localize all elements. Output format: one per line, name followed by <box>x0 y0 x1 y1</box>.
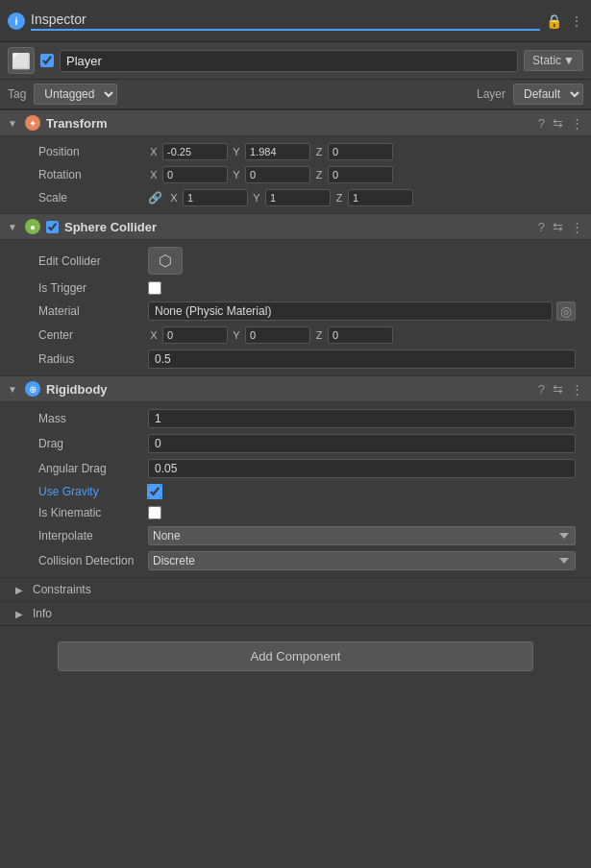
tag-layer-row: Tag Untagged Layer Default <box>0 80 591 109</box>
transform-body: Position X Y Z Rotation X Y Z Scale 🔗 X … <box>0 136 591 213</box>
rigidbody-arrow-icon: ▼ <box>8 384 19 395</box>
transform-section-header[interactable]: ▼ ✦ Transform ? ⇆ ⋮ <box>0 109 591 136</box>
scale-xyz: X Y Z <box>168 189 576 206</box>
tag-label: Tag <box>8 87 26 101</box>
scale-x-input[interactable] <box>183 189 248 206</box>
static-button[interactable]: Static ▼ <box>524 50 583 71</box>
center-row: Center X Y Z <box>0 324 591 347</box>
rigidbody-settings-icon[interactable]: ⇆ <box>553 382 563 397</box>
rigidbody-icon: ⊕ <box>25 381 40 397</box>
collision-detection-select[interactable]: Discrete Continuous Continuous Dynamic C… <box>148 551 576 570</box>
center-z-input[interactable] <box>328 326 393 344</box>
rigidbody-body: Mass Drag Angular Drag Use Gravity Is Ki… <box>0 402 591 577</box>
angular-drag-row: Angular Drag <box>0 456 591 481</box>
lock-icon[interactable]: 🔒 <box>546 13 562 29</box>
transform-menu-icon[interactable]: ⋮ <box>571 116 583 131</box>
collider-icon: ● <box>25 219 40 234</box>
is-kinematic-label: Is Kinematic <box>38 506 144 519</box>
collider-settings-icon[interactable]: ⇆ <box>553 220 563 234</box>
drag-input[interactable] <box>148 434 576 453</box>
rigidbody-menu-icon[interactable]: ⋮ <box>571 382 583 397</box>
rotation-x-input[interactable] <box>162 166 228 183</box>
collider-arrow-icon: ▼ <box>8 222 19 232</box>
edit-collider-row: Edit Collider ⬡ <box>0 244 591 277</box>
collider-enabled-checkbox[interactable] <box>46 221 59 233</box>
scale-y-input[interactable] <box>265 189 331 206</box>
transform-tools: ? ⇆ ⋮ <box>538 116 583 131</box>
info-label: Info <box>33 607 52 620</box>
constraints-row[interactable]: ▶ Constraints <box>0 577 591 601</box>
transform-icon: ✦ <box>25 115 40 131</box>
transform-help-icon[interactable]: ? <box>538 116 545 131</box>
interpolate-row: Interpolate None Interpolate Extrapolate <box>0 523 591 548</box>
position-xyz: X Y Z <box>148 143 576 160</box>
position-y-input[interactable] <box>245 143 310 160</box>
angular-drag-label: Angular Drag <box>38 462 144 475</box>
center-x-input[interactable] <box>162 326 228 344</box>
mass-label: Mass <box>38 412 144 425</box>
rigidbody-help-icon[interactable]: ? <box>538 382 545 397</box>
use-gravity-label: Use Gravity <box>38 485 144 498</box>
constraints-label: Constraints <box>33 583 91 596</box>
is-trigger-label: Is Trigger <box>38 281 144 295</box>
rotation-y-input[interactable] <box>245 166 310 183</box>
static-dropdown-arrow: ▼ <box>563 54 575 67</box>
rotation-z-input[interactable] <box>328 166 393 183</box>
scale-lock-icon[interactable]: 🔗 <box>148 191 162 205</box>
gameobject-enabled-checkbox[interactable] <box>40 54 54 67</box>
is-kinematic-checkbox[interactable] <box>148 506 161 519</box>
edit-collider-label: Edit Collider <box>38 254 144 268</box>
material-label: Material <box>38 304 144 318</box>
material-row: Material ◎ <box>0 299 591 324</box>
center-y-input[interactable] <box>245 326 310 344</box>
tag-select[interactable]: Untagged <box>34 84 117 105</box>
collider-menu-icon[interactable]: ⋮ <box>571 220 583 234</box>
radius-row: Radius <box>0 347 591 372</box>
transform-settings-icon[interactable]: ⇆ <box>553 116 563 131</box>
position-x-input[interactable] <box>162 143 228 160</box>
use-gravity-checkbox[interactable] <box>148 485 161 498</box>
transform-arrow-icon: ▼ <box>8 118 19 129</box>
gameobject-cube-icon: ⬜ <box>8 47 35 74</box>
drag-row: Drag <box>0 431 591 456</box>
mass-input[interactable] <box>148 409 576 428</box>
radius-label: Radius <box>38 352 144 366</box>
inspector-title: Inspector <box>31 12 540 31</box>
interpolate-select[interactable]: None Interpolate Extrapolate <box>148 526 576 545</box>
info-row[interactable]: ▶ Info <box>0 601 591 625</box>
is-trigger-checkbox[interactable] <box>148 281 161 295</box>
collider-title: Sphere Collider <box>64 220 532 234</box>
material-pick-button[interactable]: ◎ <box>556 301 576 321</box>
angular-drag-input[interactable] <box>148 459 576 478</box>
rigidbody-title: Rigidbody <box>46 382 532 397</box>
inspector-header: i Inspector 🔒 ⋮ <box>0 0 591 42</box>
layer-label: Layer <box>477 87 505 101</box>
material-input[interactable] <box>148 301 553 321</box>
layer-select[interactable]: Default <box>513 84 583 105</box>
is-kinematic-row: Is Kinematic <box>0 502 591 523</box>
gameobject-name-input[interactable] <box>60 50 518 72</box>
mass-row: Mass <box>0 406 591 431</box>
add-component-button[interactable]: Add Component <box>58 641 533 671</box>
collider-tools: ? ⇆ ⋮ <box>538 220 583 234</box>
position-label: Position <box>38 145 144 158</box>
scale-z-input[interactable] <box>348 189 413 206</box>
collision-detection-row: Collision Detection Discrete Continuous … <box>0 548 591 573</box>
rotation-label: Rotation <box>38 168 144 181</box>
sphere-collider-section-header[interactable]: ▼ ● Sphere Collider ? ⇆ ⋮ <box>0 213 591 240</box>
rigidbody-tools: ? ⇆ ⋮ <box>538 382 583 397</box>
position-z-input[interactable] <box>328 143 393 160</box>
edit-collider-button[interactable]: ⬡ <box>148 247 183 275</box>
collision-detection-label: Collision Detection <box>38 554 144 567</box>
rotation-xyz: X Y Z <box>148 166 576 183</box>
collider-help-icon[interactable]: ? <box>538 220 545 234</box>
radius-input[interactable] <box>148 350 576 369</box>
is-trigger-row: Is Trigger <box>0 277 591 299</box>
scale-row: Scale 🔗 X Y Z <box>0 186 591 209</box>
add-component-section: Add Component <box>0 626 591 687</box>
menu-icon[interactable]: ⋮ <box>570 13 583 29</box>
rigidbody-section-header[interactable]: ▼ ⊕ Rigidbody ? ⇆ ⋮ <box>0 375 591 402</box>
interpolate-label: Interpolate <box>38 529 144 542</box>
center-xyz: X Y Z <box>148 326 576 344</box>
info-arrow-icon: ▶ <box>15 609 27 619</box>
